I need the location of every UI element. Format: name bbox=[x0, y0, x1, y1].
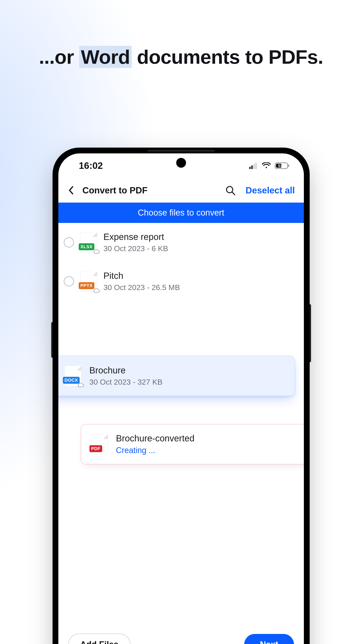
deselect-all-button[interactable]: Deselect all bbox=[244, 183, 296, 198]
file-badge: PPTX bbox=[79, 282, 94, 289]
file-name: Brochure bbox=[90, 366, 162, 376]
phone-earpiece bbox=[148, 150, 215, 152]
more-options-button[interactable] bbox=[304, 440, 304, 448]
back-button[interactable] bbox=[66, 184, 76, 197]
file-type-icon: DOCX bbox=[64, 366, 82, 386]
instruction-banner: Choose files to convert bbox=[58, 202, 304, 223]
phone-screen: 16:02 51 bbox=[58, 154, 304, 644]
svg-rect-0 bbox=[249, 167, 251, 169]
file-name: Pitch bbox=[104, 271, 180, 281]
converted-file-card[interactable]: PDF Brochure-converted Creating ... bbox=[81, 424, 304, 464]
file-meta: Brochure 30 Oct 2023 - 327 KB bbox=[90, 366, 162, 386]
file-status: Creating ... bbox=[116, 446, 194, 455]
cloud-icon bbox=[92, 249, 100, 254]
file-badge: XLSX bbox=[79, 243, 94, 250]
app-header: Convert to PDF Deselect all bbox=[58, 178, 304, 202]
file-row[interactable]: XLSX Expense report 30 Oct 2023 - 6 KB bbox=[58, 223, 304, 262]
svg-rect-5 bbox=[288, 164, 289, 167]
search-icon bbox=[225, 185, 236, 196]
file-row[interactable]: PPTX Pitch 30 Oct 2023 - 26.5 MB bbox=[58, 262, 304, 301]
svg-line-9 bbox=[232, 192, 235, 195]
wifi-icon bbox=[262, 162, 271, 169]
svg-text:51: 51 bbox=[278, 164, 282, 168]
file-subtitle: 30 Oct 2023 - 6 KB bbox=[104, 244, 168, 253]
screen-title: Convert to PDF bbox=[82, 185, 148, 196]
chevron-left-icon bbox=[68, 186, 74, 195]
svg-rect-1 bbox=[251, 166, 253, 169]
file-meta: Expense report 30 Oct 2023 - 6 KB bbox=[104, 232, 168, 253]
headline-post: documents to PDFs. bbox=[132, 46, 323, 68]
file-type-icon: XLSX bbox=[80, 232, 97, 253]
file-name: Expense report bbox=[104, 232, 168, 242]
file-checkbox[interactable] bbox=[64, 276, 74, 286]
phone-mockup: 16:02 51 bbox=[52, 148, 310, 644]
headline-pre: ...or bbox=[39, 46, 79, 68]
cloud-icon bbox=[77, 382, 84, 388]
signal-icon bbox=[249, 162, 258, 169]
search-button[interactable] bbox=[223, 183, 238, 198]
bottom-action-bar: Add Files Next bbox=[58, 626, 304, 644]
battery-icon: 51 bbox=[275, 162, 290, 169]
file-checkbox[interactable] bbox=[64, 237, 74, 248]
file-type-icon: PPTX bbox=[80, 271, 97, 292]
add-files-button[interactable]: Add Files bbox=[68, 634, 130, 644]
next-button[interactable]: Next bbox=[244, 634, 294, 644]
svg-rect-3 bbox=[255, 163, 257, 169]
svg-rect-2 bbox=[253, 164, 255, 169]
file-badge: PDF bbox=[90, 445, 102, 452]
file-subtitle: 30 Oct 2023 - 327 KB bbox=[90, 378, 162, 386]
file-type-icon: PDF bbox=[91, 434, 108, 454]
status-icons: 51 bbox=[249, 162, 290, 169]
file-meta: Brochure-converted Creating ... bbox=[116, 433, 194, 455]
file-meta: Pitch 30 Oct 2023 - 26.5 MB bbox=[104, 271, 180, 292]
file-subtitle: 30 Oct 2023 - 26.5 MB bbox=[104, 283, 180, 292]
status-time: 16:02 bbox=[79, 160, 103, 171]
file-row-selected[interactable]: DOCX Brochure 30 Oct 2023 - 327 KB bbox=[58, 356, 295, 396]
file-name: Brochure-converted bbox=[116, 433, 194, 444]
headline-highlight: Word bbox=[79, 46, 132, 68]
cloud-icon bbox=[92, 288, 100, 293]
spacer bbox=[58, 301, 304, 361]
marketing-headline: ...or Word documents to PDFs. bbox=[0, 45, 362, 69]
phone-camera bbox=[176, 158, 186, 168]
